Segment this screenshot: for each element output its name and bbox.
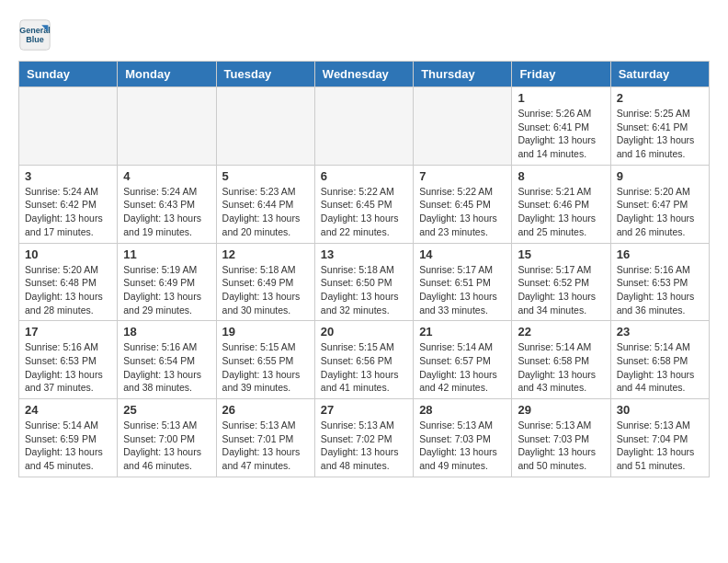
calendar-cell: 18Sunrise: 5:16 AM Sunset: 6:54 PM Dayli… [118,321,216,399]
logo-icon: General Blue [18,18,51,52]
weekday-header: Friday [512,62,610,87]
day-info: Sunrise: 5:17 AM Sunset: 6:51 PM Dayligh… [419,263,506,317]
day-info: Sunrise: 5:15 AM Sunset: 6:56 PM Dayligh… [321,340,407,395]
day-number: 26 [222,403,309,417]
day-number: 30 [617,403,703,417]
day-info: Sunrise: 5:24 AM Sunset: 6:42 PM Dayligh… [25,185,111,239]
day-number: 15 [518,247,604,261]
calendar-cell: 12Sunrise: 5:18 AM Sunset: 6:49 PM Dayli… [216,243,314,321]
day-info: Sunrise: 5:13 AM Sunset: 7:04 PM Dayligh… [617,419,703,473]
calendar-week-row: 24Sunrise: 5:14 AM Sunset: 6:59 PM Dayli… [19,399,710,477]
day-number: 16 [617,247,703,261]
calendar-cell [314,87,413,166]
calendar-table: SundayMondayTuesdayWednesdayThursdayFrid… [18,61,710,477]
day-info: Sunrise: 5:22 AM Sunset: 6:45 PM Dayligh… [321,185,407,239]
weekday-header: Monday [118,62,216,87]
weekday-header: Sunday [19,62,118,87]
day-number: 8 [518,169,604,183]
day-number: 23 [617,325,703,339]
day-info: Sunrise: 5:16 AM Sunset: 6:53 PM Dayligh… [25,340,111,395]
day-number: 22 [518,325,604,339]
calendar-cell: 16Sunrise: 5:16 AM Sunset: 6:53 PM Dayli… [610,243,709,321]
day-info: Sunrise: 5:14 AM Sunset: 6:59 PM Dayligh… [25,419,111,473]
calendar-cell: 25Sunrise: 5:13 AM Sunset: 7:00 PM Dayli… [118,399,216,477]
calendar-cell: 28Sunrise: 5:13 AM Sunset: 7:03 PM Dayli… [414,399,512,477]
day-info: Sunrise: 5:13 AM Sunset: 7:01 PM Dayligh… [222,419,309,473]
weekday-header: Wednesday [314,62,413,87]
day-number: 11 [123,247,210,261]
calendar-cell: 21Sunrise: 5:14 AM Sunset: 6:57 PM Dayli… [414,321,512,399]
day-number: 19 [222,325,309,339]
calendar-week-row: 10Sunrise: 5:20 AM Sunset: 6:48 PM Dayli… [19,243,710,321]
day-info: Sunrise: 5:16 AM Sunset: 6:54 PM Dayligh… [123,340,210,395]
day-number: 20 [321,325,407,339]
day-number: 9 [617,169,703,183]
calendar-cell: 29Sunrise: 5:13 AM Sunset: 7:03 PM Dayli… [512,399,610,477]
calendar-cell: 8Sunrise: 5:21 AM Sunset: 6:46 PM Daylig… [512,165,610,243]
day-number: 24 [25,403,111,417]
calendar-cell [118,87,216,166]
day-number: 10 [25,247,111,261]
day-info: Sunrise: 5:21 AM Sunset: 6:46 PM Dayligh… [518,185,604,239]
day-info: Sunrise: 5:22 AM Sunset: 6:45 PM Dayligh… [419,185,506,239]
svg-text:Blue: Blue [26,35,44,44]
calendar-cell: 5Sunrise: 5:23 AM Sunset: 6:44 PM Daylig… [216,165,314,243]
day-info: Sunrise: 5:14 AM Sunset: 6:58 PM Dayligh… [518,340,604,395]
day-info: Sunrise: 5:17 AM Sunset: 6:52 PM Dayligh… [518,263,604,317]
calendar-cell: 1Sunrise: 5:26 AM Sunset: 6:41 PM Daylig… [512,87,610,166]
day-info: Sunrise: 5:14 AM Sunset: 6:58 PM Dayligh… [617,340,703,395]
day-number: 13 [321,247,407,261]
weekday-header: Thursday [414,62,512,87]
calendar-week-row: 1Sunrise: 5:26 AM Sunset: 6:41 PM Daylig… [19,87,710,166]
calendar-cell: 10Sunrise: 5:20 AM Sunset: 6:48 PM Dayli… [19,243,118,321]
day-number: 12 [222,247,309,261]
day-number: 28 [419,403,506,417]
day-info: Sunrise: 5:20 AM Sunset: 6:47 PM Dayligh… [617,185,703,239]
calendar-cell [19,87,118,166]
calendar-cell: 27Sunrise: 5:13 AM Sunset: 7:02 PM Dayli… [314,399,413,477]
day-info: Sunrise: 5:19 AM Sunset: 6:49 PM Dayligh… [123,263,210,317]
calendar-cell: 26Sunrise: 5:13 AM Sunset: 7:01 PM Dayli… [216,399,314,477]
day-info: Sunrise: 5:24 AM Sunset: 6:43 PM Dayligh… [123,185,210,239]
calendar-cell: 30Sunrise: 5:13 AM Sunset: 7:04 PM Dayli… [610,399,709,477]
page-header: General Blue [18,18,710,52]
day-number: 4 [123,169,210,183]
day-number: 5 [222,169,309,183]
day-info: Sunrise: 5:18 AM Sunset: 6:50 PM Dayligh… [321,263,407,317]
day-info: Sunrise: 5:13 AM Sunset: 7:03 PM Dayligh… [419,419,506,473]
day-info: Sunrise: 5:14 AM Sunset: 6:57 PM Dayligh… [419,340,506,395]
day-number: 17 [25,325,111,339]
calendar-cell: 7Sunrise: 5:22 AM Sunset: 6:45 PM Daylig… [414,165,512,243]
calendar-cell: 24Sunrise: 5:14 AM Sunset: 6:59 PM Dayli… [19,399,118,477]
calendar-cell: 17Sunrise: 5:16 AM Sunset: 6:53 PM Dayli… [19,321,118,399]
calendar-cell: 4Sunrise: 5:24 AM Sunset: 6:43 PM Daylig… [118,165,216,243]
day-info: Sunrise: 5:16 AM Sunset: 6:53 PM Dayligh… [617,263,703,317]
day-info: Sunrise: 5:13 AM Sunset: 7:00 PM Dayligh… [123,419,210,473]
day-info: Sunrise: 5:20 AM Sunset: 6:48 PM Dayligh… [25,263,111,317]
calendar-cell: 19Sunrise: 5:15 AM Sunset: 6:55 PM Dayli… [216,321,314,399]
day-number: 7 [419,169,506,183]
calendar-cell: 15Sunrise: 5:17 AM Sunset: 6:52 PM Dayli… [512,243,610,321]
calendar-week-row: 3Sunrise: 5:24 AM Sunset: 6:42 PM Daylig… [19,165,710,243]
day-number: 25 [123,403,210,417]
calendar-cell: 23Sunrise: 5:14 AM Sunset: 6:58 PM Dayli… [610,321,709,399]
day-info: Sunrise: 5:13 AM Sunset: 7:03 PM Dayligh… [518,419,604,473]
calendar-cell: 13Sunrise: 5:18 AM Sunset: 6:50 PM Dayli… [314,243,413,321]
calendar-cell: 22Sunrise: 5:14 AM Sunset: 6:58 PM Dayli… [512,321,610,399]
calendar-cell: 3Sunrise: 5:24 AM Sunset: 6:42 PM Daylig… [19,165,118,243]
day-number: 27 [321,403,407,417]
day-number: 29 [518,403,604,417]
day-number: 2 [617,91,703,105]
day-info: Sunrise: 5:13 AM Sunset: 7:02 PM Dayligh… [321,419,407,473]
day-info: Sunrise: 5:23 AM Sunset: 6:44 PM Dayligh… [222,185,309,239]
logo: General Blue [18,18,57,52]
calendar-cell: 11Sunrise: 5:19 AM Sunset: 6:49 PM Dayli… [118,243,216,321]
calendar-cell: 14Sunrise: 5:17 AM Sunset: 6:51 PM Dayli… [414,243,512,321]
calendar-cell: 20Sunrise: 5:15 AM Sunset: 6:56 PM Dayli… [314,321,413,399]
calendar-header-row: SundayMondayTuesdayWednesdayThursdayFrid… [19,62,710,87]
day-number: 14 [419,247,506,261]
day-info: Sunrise: 5:26 AM Sunset: 6:41 PM Dayligh… [518,107,604,161]
day-info: Sunrise: 5:15 AM Sunset: 6:55 PM Dayligh… [222,340,309,395]
day-number: 1 [518,91,604,105]
calendar-week-row: 17Sunrise: 5:16 AM Sunset: 6:53 PM Dayli… [19,321,710,399]
